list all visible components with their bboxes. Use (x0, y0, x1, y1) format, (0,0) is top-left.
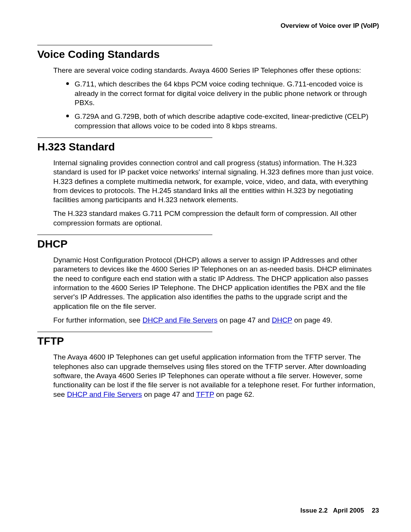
link-dhcp-file-servers[interactable]: DHCP and File Servers (67, 390, 142, 398)
heading-dhcp: DHCP (37, 238, 379, 250)
section-divider (37, 235, 212, 235)
section-body: The Avaya 4600 IP Telephones can get use… (53, 353, 379, 399)
section-body: Internal signaling provides connection c… (53, 158, 379, 228)
text-run: on page 47 and (142, 390, 196, 398)
text-run: on page 62. (214, 390, 254, 398)
paragraph: Dynamic Host Configuration Protocol (DHC… (53, 256, 379, 311)
link-dhcp-file-servers[interactable]: DHCP and File Servers (142, 316, 217, 324)
link-tftp[interactable]: TFTP (196, 390, 214, 398)
section-body: There are several voice coding standards… (53, 66, 379, 131)
paragraph: Internal signaling provides connection c… (53, 158, 379, 205)
section-body: Dynamic Host Configuration Protocol (DHC… (53, 256, 379, 325)
heading-h323: H.323 Standard (37, 141, 379, 153)
heading-tftp: TFTP (37, 335, 379, 347)
section-divider (37, 137, 212, 138)
list-item: G.729A and G.729B, both of which describ… (66, 112, 379, 131)
heading-voice-coding: Voice Coding Standards (37, 48, 379, 61)
section-divider (37, 45, 212, 45)
text-run: For further information, see (53, 316, 142, 324)
running-header: Overview of Voice over IP (VoIP) (37, 22, 379, 30)
footer-date: April 2005 (333, 507, 364, 514)
link-dhcp[interactable]: DHCP (272, 316, 292, 324)
section-divider (37, 332, 212, 332)
paragraph: The Avaya 4600 IP Telephones can get use… (53, 353, 379, 399)
footer-page-number: 23 (372, 507, 379, 514)
text-run: on page 47 and (218, 316, 272, 324)
paragraph: For further information, see DHCP and Fi… (53, 316, 379, 325)
footer-issue: Issue 2.2 (300, 507, 328, 514)
paragraph: The H.323 standard makes G.711 PCM compr… (53, 209, 379, 228)
bullet-list: G.711, which describes the 64 kbps PCM v… (66, 80, 379, 131)
page-footer: Issue 2.2 April 2005 23 (300, 507, 379, 514)
document-page: Overview of Voice over IP (VoIP) Voice C… (0, 0, 411, 532)
text-run: on page 49. (292, 316, 333, 324)
paragraph: There are several voice coding standards… (53, 66, 379, 75)
list-item: G.711, which describes the 64 kbps PCM v… (66, 80, 379, 107)
